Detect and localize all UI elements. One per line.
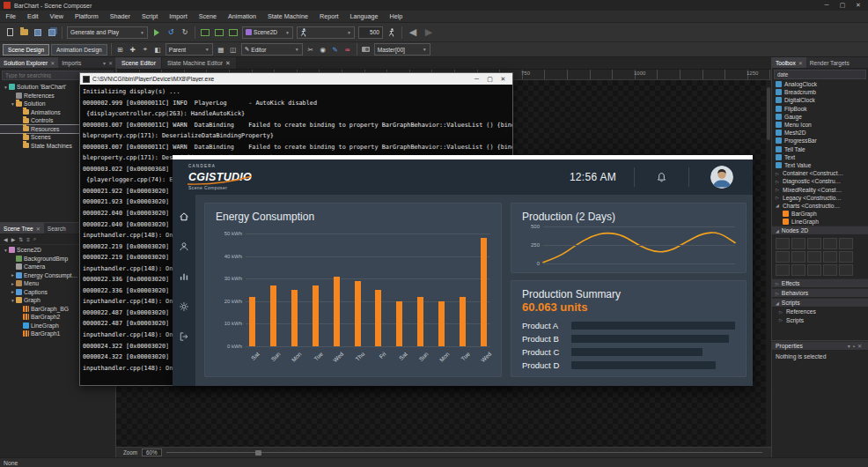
- navigate-forward-button[interactable]: ▶: [421, 26, 437, 38]
- tab-render-targets[interactable]: Render Targets: [806, 57, 853, 68]
- nav-user-button[interactable]: [173, 232, 195, 262]
- node-tool-icon[interactable]: [791, 251, 805, 263]
- menu-item-report[interactable]: Report: [313, 11, 344, 23]
- cut-tool-button[interactable]: ✂: [305, 44, 317, 56]
- master-camera-select[interactable]: Master[00] ▼: [374, 43, 430, 56]
- menu-item-script[interactable]: Script: [136, 11, 163, 23]
- open-file-button[interactable]: [17, 26, 31, 40]
- target-monitor-button-2[interactable]: [212, 26, 226, 40]
- sort-icon[interactable]: ⇅: [18, 236, 23, 242]
- stereo-glasses-button[interactable]: ∞: [342, 44, 354, 56]
- close-icon[interactable]: ✕: [798, 60, 803, 66]
- camera-view-button[interactable]: [360, 44, 372, 56]
- node-tool-icon[interactable]: [807, 251, 821, 263]
- toolbox-item-mesh2d[interactable]: Mesh2D: [772, 129, 868, 137]
- toolbox-item-legacy-constructio[interactable]: ▷Legacy <Constructio…: [772, 194, 868, 202]
- save-button[interactable]: [31, 26, 45, 40]
- node-tool-icon[interactable]: [776, 264, 790, 276]
- toolbox-item-gauge[interactable]: Gauge: [772, 113, 868, 121]
- nav-logout-button[interactable]: [173, 322, 195, 352]
- toolbox-item-diagnostic-constru[interactable]: ▷Diagnostic <Constru…: [772, 177, 868, 185]
- node-tool-icon[interactable]: [776, 238, 790, 249]
- menu-item-help[interactable]: Help: [384, 11, 408, 23]
- navigate-back-button[interactable]: ◀: [405, 26, 421, 38]
- find-icon[interactable]: ⌕: [33, 236, 36, 242]
- new-file-button[interactable]: [3, 26, 17, 40]
- toolbox-item-menu-icon[interactable]: Menu Icon: [772, 121, 868, 129]
- node-tool-icon[interactable]: [776, 251, 790, 263]
- node-tool-icon[interactable]: [791, 238, 805, 249]
- minimize-button[interactable]: ─: [470, 76, 483, 82]
- pin-icon[interactable]: ▾: [103, 60, 106, 66]
- close-icon[interactable]: ✕: [50, 60, 55, 66]
- undo-button[interactable]: ↺: [164, 26, 178, 40]
- close-button[interactable]: ✕: [850, 0, 866, 11]
- nav-settings-button[interactable]: [173, 292, 195, 322]
- toolbox-item-progressbar[interactable]: ProgressBar: [772, 137, 868, 145]
- forward-icon[interactable]: ▶: [11, 236, 16, 242]
- target-monitor-button-1[interactable]: [198, 26, 212, 40]
- node-tool-icon[interactable]: [839, 251, 853, 263]
- align-tool-button[interactable]: ◧: [151, 44, 164, 56]
- menu-item-import[interactable]: Import: [164, 11, 193, 23]
- pin-icon[interactable]: ▾: [848, 343, 850, 349]
- editor-select[interactable]: ✎ Editor ▼: [241, 43, 303, 56]
- node-tool-icon[interactable]: [823, 251, 837, 263]
- visibility-button[interactable]: ◉: [317, 44, 329, 56]
- tab-scene-design[interactable]: Scene Design: [3, 44, 49, 56]
- menu-item-language[interactable]: Language: [344, 11, 384, 23]
- console-title-bar[interactable]: C:\SVN\CGI\bin\Player\Device\iMX8\Player…: [80, 73, 512, 85]
- minimize-button[interactable]: ─: [819, 0, 835, 11]
- generate-and-play-select[interactable]: Generate and Play ▼: [67, 26, 148, 39]
- toolbox-item-text[interactable]: Text: [772, 153, 868, 161]
- avatar[interactable]: [710, 166, 733, 189]
- node-tool-icon[interactable]: [807, 264, 821, 276]
- toolbox-item-linegraph[interactable]: LineGraph: [772, 218, 868, 226]
- node-tool-icon[interactable]: [823, 264, 837, 276]
- draw-tool-button[interactable]: ✎: [329, 44, 342, 56]
- toolbox-item-bargraph[interactable]: BarGraph: [772, 210, 868, 218]
- scene-select[interactable]: Scene2D ▼: [242, 26, 293, 39]
- menu-item-state-machine[interactable]: State Machine: [262, 11, 314, 23]
- node-tool-icon[interactable]: [791, 264, 805, 276]
- toolbox-item-references[interactable]: ▷References: [772, 308, 868, 315]
- toolbox-item-charts-constructio[interactable]: ◢Charts <Constructio…: [772, 202, 868, 210]
- menu-item-shader[interactable]: Shader: [104, 11, 136, 23]
- section-nodes-2d[interactable]: ◢Nodes 2D: [772, 226, 868, 235]
- back-icon[interactable]: ◀: [4, 236, 8, 242]
- dock-icon[interactable]: ▪: [853, 344, 855, 349]
- toolbox-item-tell-tale[interactable]: Tell Tale: [772, 145, 868, 153]
- toolbox-item-text-value[interactable]: Text Value: [772, 161, 868, 169]
- tab-animation-design[interactable]: Animation Design: [51, 44, 107, 56]
- nav-home-button[interactable]: [173, 202, 195, 232]
- close-icon[interactable]: ✕: [225, 60, 231, 67]
- vertical-scrollbar[interactable]: [766, 80, 771, 447]
- node-tool-icon[interactable]: [823, 238, 837, 249]
- toolbox-item-breadcrumb[interactable]: Breadcrumb: [772, 88, 868, 96]
- redo-button[interactable]: ↻: [178, 26, 192, 40]
- menu-item-view[interactable]: View: [44, 11, 69, 23]
- node-tool-icon[interactable]: [839, 264, 853, 276]
- split-view-button[interactable]: ◫: [227, 44, 239, 56]
- run-animation-button[interactable]: [385, 26, 399, 40]
- target-monitor-button-3[interactable]: [226, 26, 240, 40]
- tab-imports[interactable]: Imports: [58, 57, 85, 68]
- node-tool-icon[interactable]: [807, 238, 821, 249]
- toolbox-item-analogclock[interactable]: AnalogClock: [772, 80, 868, 88]
- menu-item-platform[interactable]: Platform: [69, 11, 104, 23]
- menu-item-file[interactable]: File: [0, 11, 22, 23]
- layers-button[interactable]: ▦: [215, 44, 227, 56]
- notifications-button[interactable]: [635, 172, 688, 183]
- zoom-slider-thumb[interactable]: [255, 450, 261, 456]
- toolbox-filter-input[interactable]: [774, 70, 866, 79]
- snap-grid-button[interactable]: ⊞: [114, 44, 127, 56]
- maximize-button[interactable]: ▢: [483, 76, 497, 83]
- move-tool-button[interactable]: ✚: [127, 44, 139, 56]
- section-scripts[interactable]: ◢Scripts: [772, 298, 868, 308]
- save-all-button[interactable]: [45, 26, 59, 40]
- play-button[interactable]: [150, 26, 164, 40]
- zoom-slider[interactable]: [166, 452, 762, 453]
- maximize-button[interactable]: ▢: [835, 0, 850, 11]
- close-icon[interactable]: ✕: [36, 226, 40, 232]
- close-button[interactable]: ✕: [497, 76, 510, 83]
